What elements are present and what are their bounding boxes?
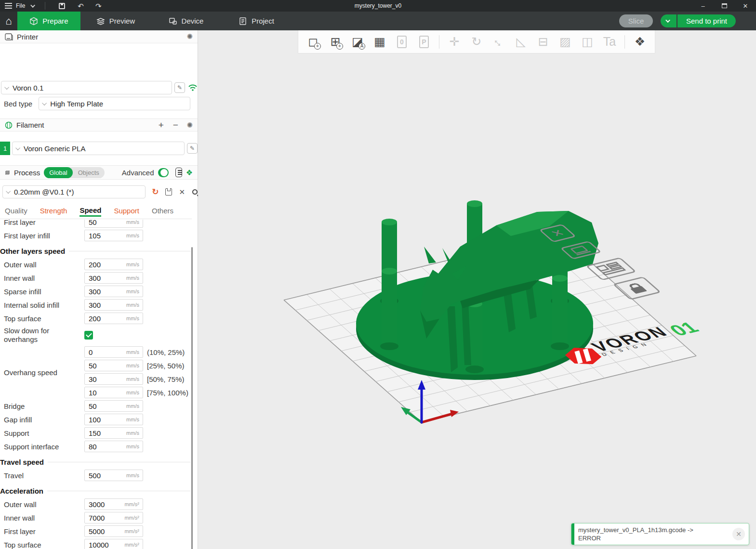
- filament-select[interactable]: Voron Generic PLA: [12, 142, 185, 155]
- reset-profile-icon[interactable]: ↻: [152, 187, 159, 197]
- printer-settings-gear-icon[interactable]: ✺: [186, 32, 193, 41]
- bed-type-select[interactable]: High Temp Plate: [39, 97, 190, 110]
- section-label: Acceleration: [0, 487, 43, 495]
- clear-profile-icon[interactable]: ✕: [179, 188, 185, 196]
- setting-unit: mm/s²: [124, 542, 143, 548]
- setting-input[interactable]: 80mm/s: [84, 441, 143, 452]
- tab-preview[interactable]: Preview: [80, 12, 151, 30]
- setting-unit: mm/s²: [124, 515, 143, 521]
- setting-input[interactable]: 50mm/s: [84, 360, 143, 371]
- process-tab-strength[interactable]: Strength: [40, 207, 67, 216]
- setting-unit: mm/s: [126, 444, 143, 449]
- slice-button[interactable]: Slice: [619, 14, 653, 27]
- send-button-group: Send to print: [661, 14, 736, 27]
- home-button[interactable]: ⌂: [0, 12, 17, 30]
- setting-label: Bridge: [4, 402, 84, 410]
- process-tab-quality[interactable]: Quality: [5, 207, 27, 216]
- toolbar-separator: [439, 35, 439, 49]
- setting-row: First layer5000mm/s²: [4, 524, 192, 538]
- setting-row: Outer wall3000mm/s²: [4, 497, 192, 511]
- setting-value: 50: [85, 220, 126, 226]
- setting-input[interactable]: 7000mm/s²: [84, 512, 143, 523]
- minimize-button[interactable]: –: [692, 0, 714, 12]
- search-setting-icon[interactable]: [192, 189, 198, 195]
- tab-project[interactable]: Project: [221, 12, 292, 30]
- send-to-print-button[interactable]: Send to print: [677, 14, 736, 27]
- divider: [45, 2, 45, 10]
- setting-unit: mm/s: [126, 275, 143, 281]
- setting-input[interactable]: 105mm/s: [84, 230, 143, 241]
- edit-printer-button[interactable]: ✎: [174, 82, 185, 93]
- advanced-toggle[interactable]: [158, 168, 169, 177]
- printer-select[interactable]: Voron 0.1: [1, 81, 172, 94]
- setting-input[interactable]: 3000mm/s²: [84, 498, 143, 510]
- remove-filament-button[interactable]: −: [170, 120, 181, 131]
- setting-input[interactable]: 100mm/s: [84, 414, 143, 425]
- checkbox[interactable]: [84, 331, 93, 340]
- overhang-range: [75%, 100%): [143, 389, 188, 397]
- tab-device[interactable]: Device: [151, 12, 221, 30]
- setting-input[interactable]: 200mm/s: [84, 259, 143, 270]
- scene-3d[interactable]: [198, 30, 756, 549]
- maximize-button[interactable]: [714, 0, 735, 12]
- notification-close-icon[interactable]: ✕: [732, 528, 745, 540]
- setting-input[interactable]: 5000mm/s²: [84, 525, 143, 537]
- process-tab-others[interactable]: Others: [152, 207, 173, 216]
- file-menu-caret-icon[interactable]: [30, 3, 35, 8]
- device-icon: [169, 17, 177, 26]
- setting-input[interactable]: 50mm/s: [84, 400, 143, 412]
- save-profile-icon[interactable]: [165, 188, 172, 196]
- close-button[interactable]: ✕: [735, 0, 756, 12]
- tab-prepare[interactable]: Prepare: [17, 12, 80, 30]
- edit-filament-button[interactable]: ✎: [187, 143, 198, 154]
- setting-input[interactable]: 200mm/s: [84, 313, 143, 324]
- setting-input[interactable]: 10000mm/s²: [84, 539, 143, 549]
- setting-input[interactable]: 10mm/s: [84, 387, 143, 398]
- setting-input[interactable]: 300mm/s: [84, 272, 143, 284]
- file-menu[interactable]: File: [16, 2, 25, 9]
- add-model-icon[interactable]: ◻+: [304, 33, 322, 51]
- setting-label: Top surface: [4, 541, 84, 549]
- assembly-icon[interactable]: ❖: [631, 33, 649, 51]
- scope-global[interactable]: Global: [44, 167, 73, 178]
- setting-input[interactable]: 150mm/s: [84, 427, 143, 439]
- setting-input[interactable]: 300mm/s: [84, 286, 143, 297]
- setting-unit: mm/s: [126, 288, 143, 294]
- auto-orient-icon[interactable]: ◪A: [348, 33, 367, 51]
- bed-type-row: Bed type High Temp Plate: [0, 97, 198, 110]
- add-filament-button[interactable]: +: [156, 120, 166, 131]
- setting-label: Outer wall: [4, 261, 84, 269]
- setting-input[interactable]: 30mm/s: [84, 373, 143, 385]
- undo-button[interactable]: ↶: [78, 2, 84, 10]
- arrange-icon[interactable]: ▦: [371, 33, 389, 51]
- process-tune-icon[interactable]: ❖: [186, 168, 193, 177]
- process-tab-speed[interactable]: Speed: [80, 206, 101, 217]
- setting-input[interactable]: 0mm/s: [84, 346, 143, 358]
- add-plate-icon[interactable]: ⊞+: [326, 33, 345, 51]
- save-button[interactable]: [59, 3, 65, 9]
- prepare-cube-icon: [29, 17, 38, 26]
- setting-unit: mm/s: [126, 261, 143, 267]
- process-scope-toggle: Global Objects: [44, 167, 105, 178]
- parameter-list-icon[interactable]: [175, 168, 182, 177]
- process-profile-select[interactable]: 0.20mm @V0.1 (*): [2, 185, 146, 198]
- profile-row: 0.20mm @V0.1 (*) ↻ ✕: [2, 185, 198, 198]
- app-menu-icon[interactable]: [5, 5, 12, 6]
- scope-objects[interactable]: Objects: [73, 169, 105, 176]
- process-tab-support[interactable]: Support: [114, 207, 139, 216]
- setting-unit: mm/s: [126, 363, 143, 368]
- setting-input[interactable]: 500mm/s: [84, 470, 143, 481]
- divider: [47, 491, 191, 491]
- filament-settings-gear-icon[interactable]: ✺: [186, 121, 193, 130]
- send-options-button[interactable]: [661, 14, 676, 27]
- redo-button[interactable]: ↷: [95, 2, 102, 10]
- setting-value: 80: [85, 443, 126, 451]
- viewport-3d[interactable]: ✕ VORON DESIGN 01 ◻+⊞+◪A▦0P✛↻↔◺⊟▨◫Ta❖ my…: [198, 30, 756, 549]
- settings-scrollbar[interactable]: [191, 247, 193, 549]
- setting-input[interactable]: 300mm/s: [84, 299, 143, 311]
- setting-row: Support interface80mm/s: [4, 440, 192, 453]
- setting-row: Outer wall200mm/s: [4, 258, 192, 271]
- setting-value: 0: [85, 348, 126, 356]
- wifi-connected-icon[interactable]: [188, 84, 198, 92]
- setting-input[interactable]: 50mm/s: [84, 220, 143, 228]
